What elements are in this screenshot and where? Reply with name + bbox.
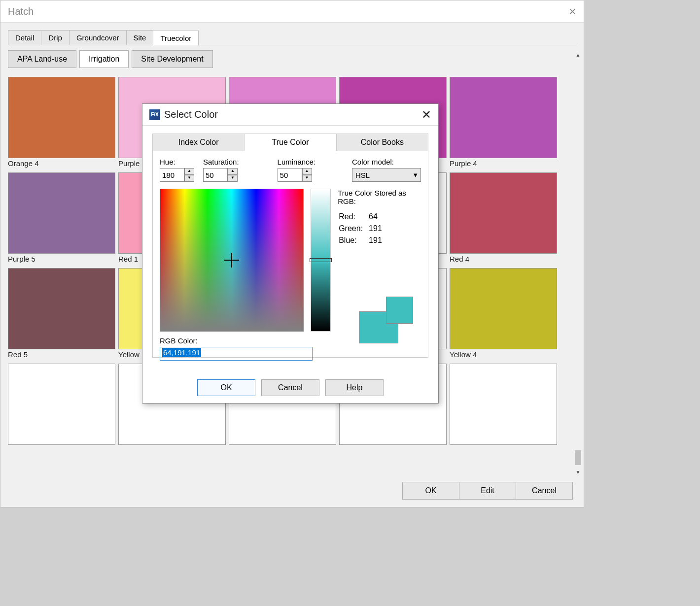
dialog-help-button[interactable]: Help [325,379,384,396]
swatch-item[interactable]: Purple 5 [8,172,115,263]
lum-down-icon[interactable]: ▼ [302,175,312,182]
red-value: 64 [369,211,387,222]
green-value: 191 [369,223,387,234]
subtab-site-dev[interactable]: Site Development [132,50,212,68]
hue-up-icon[interactable]: ▲ [184,168,194,175]
dialog-cancel-button[interactable]: Cancel [261,379,319,396]
dialog-body: Index Color True Color Color Books Hue: … [142,126,438,403]
help-rest: elp [352,383,362,392]
preview-new-swatch [386,297,413,324]
select-color-dialog: F/X Select Color ✕ Index Color True Colo… [142,103,439,404]
scrollbar[interactable]: ▲ ▼ [574,52,582,475]
tab-index-color[interactable]: Index Color [153,134,245,151]
luminance-thumb[interactable] [310,258,332,262]
red-label: Red: [339,211,368,222]
swatch-label: Red 5 [8,350,115,359]
hue-input[interactable] [160,168,184,182]
swatch-label: Purple 4 [450,159,557,168]
swatch-item[interactable]: Purple 4 [450,77,557,168]
swatch-label: Red 4 [450,255,557,263]
saturation-input[interactable] [203,168,228,182]
scroll-up-icon[interactable]: ▲ [574,52,582,61]
chevron-down-icon: ▾ [414,170,418,179]
rgb-color-value: 64,191,191 [162,348,201,357]
luminance-slider[interactable] [311,189,331,332]
swatch-label: Purple 5 [8,255,115,263]
swatch-item[interactable] [450,364,557,446]
swatch-item[interactable]: Red 5 [8,268,115,359]
hsl-row: Hue: ▲ ▼ Saturation: ▲ [160,158,421,182]
tab-truecolor[interactable]: Truecolor [153,31,199,45]
dialog-titlebar: F/X Select Color ✕ [142,104,438,126]
swatch-label: Orange 4 [8,159,115,168]
sat-up-icon[interactable]: ▲ [228,168,238,175]
color-model-value: HSL [355,171,370,179]
swatch[interactable] [450,268,557,349]
fx-logo-icon: F/X [149,109,160,120]
luminance-input[interactable] [278,168,302,182]
swatch[interactable] [450,172,557,254]
tab-groundcover[interactable]: Groundcover [69,30,127,45]
saturation-label: Saturation: [203,158,239,166]
swatch[interactable] [450,364,557,445]
edit-button[interactable]: Edit [459,482,516,500]
blue-value: 191 [369,235,387,246]
swatch-label: Yellow 4 [450,350,557,359]
rgb-color-input[interactable]: 64,191,191 [160,347,313,361]
color-model-label: Color model: [352,158,421,166]
tab-site[interactable]: Site [126,30,154,45]
cancel-button[interactable]: Cancel [516,482,573,500]
swatch[interactable] [8,77,115,158]
swatch[interactable] [8,268,115,349]
tab-true-color[interactable]: True Color [245,134,336,151]
ok-button[interactable]: OK [402,482,459,500]
dialog-tab-content: Hue: ▲ ▼ Saturation: ▲ [152,151,428,358]
tab-color-books[interactable]: Color Books [337,134,428,151]
sat-down-icon[interactable]: ▼ [228,175,238,182]
dialog-title: Select Color [164,109,218,120]
swatch[interactable] [450,77,557,158]
dialog-tab-strip: Index Color True Color Color Books [152,134,428,151]
main-button-row: OK Edit Cancel [403,482,573,500]
hue-label: Hue: [160,158,194,166]
swatch[interactable] [8,172,115,254]
close-icon[interactable]: × [569,4,576,19]
blue-label: Blue: [339,235,368,246]
dialog-close-icon[interactable]: ✕ [421,108,431,122]
scroll-down-icon[interactable]: ▼ [574,470,582,475]
main-tab-row: Detail Drip Groundcover Site Truecolor [8,30,576,45]
swatch-item[interactable]: Red 4 [450,172,557,263]
titlebar: Hatch × [0,0,584,23]
lum-up-icon[interactable]: ▲ [302,168,312,175]
hue-saturation-picker[interactable] [160,189,304,332]
swatch-item[interactable] [8,364,115,446]
subtab-row: APA Land-use Irrigation Site Development [8,50,576,68]
dialog-button-row: OK Cancel Help [142,379,438,396]
color-model-select[interactable]: HSL ▾ [352,168,421,182]
scroll-thumb[interactable] [575,450,581,465]
swatch-item[interactable]: Yellow 4 [450,268,557,359]
tab-detail[interactable]: Detail [8,30,41,45]
dialog-ok-button[interactable]: OK [197,379,255,396]
tab-drip[interactable]: Drip [41,30,70,45]
subtab-apa[interactable]: APA Land-use [8,50,76,68]
crosshair-icon [224,253,239,268]
stored-rgb-label: True Color Stored as RGB: [338,189,421,205]
hue-down-icon[interactable]: ▼ [184,175,194,182]
window-title: Hatch [8,6,34,17]
luminance-label: Luminance: [278,158,316,166]
color-preview [359,297,413,343]
swatch[interactable] [8,364,115,445]
swatch-item[interactable]: Orange 4 [8,77,115,168]
subtab-irrigation[interactable]: Irrigation [79,50,129,68]
green-label: Green: [339,223,368,234]
